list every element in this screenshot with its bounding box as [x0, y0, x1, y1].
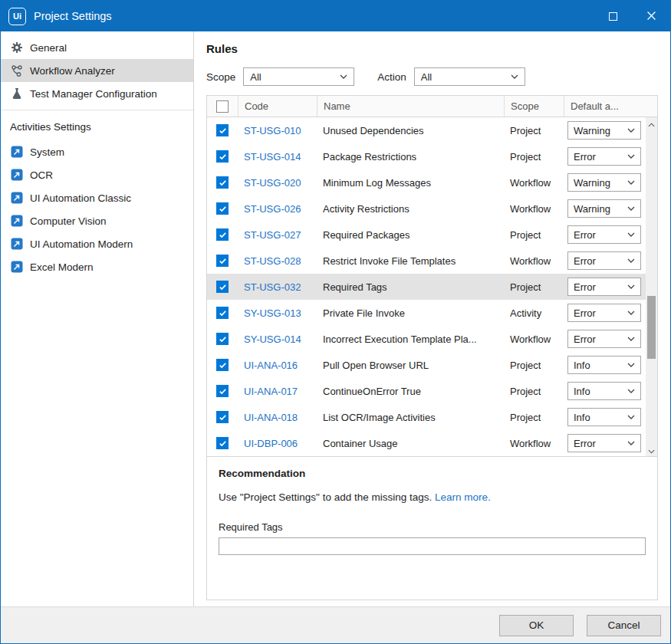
chevron-down-icon — [627, 154, 635, 159]
ok-button[interactable]: OK — [499, 615, 574, 636]
table-row[interactable]: ST-USG-027Required PackagesProjectError — [207, 222, 646, 248]
rule-scope: Project — [504, 281, 564, 293]
table-row[interactable]: ST-USG-026Activity RestrictionsWorkflowW… — [207, 196, 646, 222]
rule-checkbox[interactable] — [216, 228, 229, 241]
scrollbar-thumb[interactable] — [647, 296, 656, 359]
titlebar: Ui Project Settings — [1, 1, 670, 31]
select-all-cell — [207, 96, 238, 117]
rule-checkbox[interactable] — [216, 307, 229, 319]
rule-code-link[interactable]: ST-USG-028 — [244, 255, 301, 267]
sidebar-item-workflow-analyzer[interactable]: Workflow Analyzer — [1, 59, 193, 82]
sidebar-item-computer-vision[interactable]: Computer Vision — [1, 209, 193, 232]
learn-more-link[interactable]: Learn more. — [435, 491, 491, 503]
table-row[interactable]: UI-ANA-016Pull Open Browser URLProjectIn… — [207, 352, 646, 378]
scope-dropdown[interactable]: All — [243, 67, 354, 86]
rule-code-link[interactable]: ST-USG-027 — [244, 229, 301, 241]
rule-checkbox[interactable] — [216, 255, 229, 267]
rule-action-dropdown[interactable]: Error — [567, 330, 641, 348]
rule-action-dropdown[interactable]: Info — [567, 356, 641, 374]
scroll-up-button[interactable] — [646, 117, 657, 130]
rule-code-link[interactable]: UI-ANA-018 — [244, 412, 298, 423]
rule-checkbox[interactable] — [216, 202, 229, 215]
rule-action-value: Error — [574, 438, 596, 449]
rule-action-dropdown[interactable]: Info — [567, 408, 641, 426]
rule-code-link[interactable]: ST-USG-010 — [244, 125, 301, 136]
table-row[interactable]: ST-USG-010Unused DependenciesProjectWarn… — [207, 117, 646, 143]
scrollbar-track[interactable] — [646, 130, 657, 444]
sidebar-item-ocr[interactable]: OCR — [1, 163, 193, 186]
rule-action-dropdown[interactable]: Warning — [567, 121, 641, 140]
rule-checkbox[interactable] — [216, 150, 229, 163]
rule-checkbox[interactable] — [216, 437, 229, 449]
rule-action-value: Warning — [574, 177, 610, 189]
rule-name: List OCR/Image Activities — [317, 412, 504, 423]
table-row[interactable]: ST-USG-032Required TagsProjectError — [207, 274, 646, 300]
scroll-down-button[interactable] — [646, 444, 657, 456]
column-header-code[interactable]: Code — [238, 96, 317, 117]
rule-action-dropdown[interactable]: Error — [567, 251, 641, 270]
column-header-scope[interactable]: Scope — [504, 96, 564, 117]
table-row[interactable]: ST-USG-014Package RestrictionsProjectErr… — [207, 143, 646, 169]
filter-bar: Scope All Action All — [206, 67, 658, 86]
column-header-name[interactable]: Name — [317, 96, 504, 117]
rule-action-dropdown[interactable]: Error — [567, 147, 641, 166]
rule-scope: Project — [504, 412, 564, 423]
sidebar-item-system[interactable]: System — [1, 140, 193, 163]
table-row[interactable]: UI-DBP-006Container UsageWorkflowError — [207, 430, 646, 456]
rule-checkbox[interactable] — [216, 281, 229, 293]
rule-code-link[interactable]: SY-USG-013 — [244, 307, 301, 319]
action-dropdown[interactable]: All — [414, 67, 525, 86]
rule-code-link[interactable]: UI-ANA-017 — [244, 386, 298, 397]
required-tags-input[interactable] — [219, 537, 646, 555]
table-row[interactable]: SY-USG-013Private File InvokeActivityErr… — [207, 300, 646, 326]
table-row[interactable]: UI-ANA-018List OCR/Image ActivitiesProje… — [207, 404, 646, 430]
column-header-default-action[interactable]: Default a... — [564, 96, 657, 117]
rule-action-dropdown[interactable]: Error — [567, 278, 641, 296]
rule-code-link[interactable]: SY-USG-014 — [244, 334, 301, 345]
rule-code-link[interactable]: ST-USG-020 — [244, 177, 301, 189]
maximize-button[interactable] — [594, 1, 632, 31]
rule-name: Required Packages — [317, 229, 504, 241]
close-button[interactable] — [632, 1, 670, 31]
chevron-up-icon — [648, 117, 655, 130]
sidebar-item-ui-automation-classic[interactable]: UI Automation Classic — [1, 186, 193, 209]
rule-action-dropdown[interactable]: Warning — [567, 173, 641, 192]
select-all-checkbox[interactable] — [216, 100, 229, 113]
rule-code-link[interactable]: ST-USG-026 — [244, 203, 301, 215]
recommendation-text: Use "Project Settings" to add the missin… — [219, 491, 646, 503]
chevron-down-icon — [627, 363, 635, 367]
table-row[interactable]: UI-ANA-017ContinueOnError TrueProjectInf… — [207, 378, 646, 404]
rule-checkbox[interactable] — [216, 176, 229, 189]
sidebar-item-general[interactable]: General — [1, 36, 193, 59]
table-row[interactable]: SY-USG-014Incorrect Execution Template P… — [207, 326, 646, 352]
rule-action-dropdown[interactable]: Error — [567, 304, 641, 322]
rule-checkbox[interactable] — [216, 124, 229, 136]
rule-code-link[interactable]: ST-USG-014 — [244, 151, 301, 163]
sidebar-item-label: Excel Modern — [30, 261, 94, 273]
rule-code-link[interactable]: UI-ANA-016 — [244, 360, 298, 371]
rule-checkbox[interactable] — [216, 333, 229, 345]
rule-action-dropdown[interactable]: Error — [567, 434, 641, 452]
chevron-down-icon — [627, 232, 635, 237]
action-label: Action — [377, 71, 406, 83]
rule-checkbox[interactable] — [216, 359, 229, 371]
rule-code-link[interactable]: ST-USG-032 — [244, 281, 301, 293]
sidebar: GeneralWorkflow AnalyzerTest Manager Con… — [1, 31, 194, 606]
cancel-button[interactable]: Cancel — [587, 615, 661, 636]
rule-action-dropdown[interactable]: Error — [567, 225, 641, 244]
table-scrollbar[interactable] — [646, 117, 657, 456]
sidebar-item-ui-automation-modern[interactable]: UI Automation Modern — [1, 232, 193, 255]
rule-checkbox[interactable] — [216, 385, 229, 397]
rule-action-dropdown[interactable]: Info — [567, 382, 641, 400]
chevron-down-icon — [511, 74, 518, 79]
rule-code-link[interactable]: UI-DBP-006 — [244, 438, 298, 449]
rule-action-dropdown[interactable]: Warning — [567, 199, 641, 218]
sidebar-item-test-manager-configuration[interactable]: Test Manager Configuration — [1, 82, 193, 105]
table-row[interactable]: ST-USG-028Restrict Invoke File Templates… — [207, 248, 646, 274]
activity-icon — [10, 238, 23, 251]
sidebar-item-label: Computer Vision — [30, 215, 107, 227]
rule-checkbox[interactable] — [216, 411, 229, 423]
recommendation-heading: Recommendation — [219, 468, 646, 479]
table-row[interactable]: ST-USG-020Minimum Log MessagesWorkflowWa… — [207, 169, 646, 196]
sidebar-item-excel-modern[interactable]: Excel Modern — [1, 255, 193, 278]
